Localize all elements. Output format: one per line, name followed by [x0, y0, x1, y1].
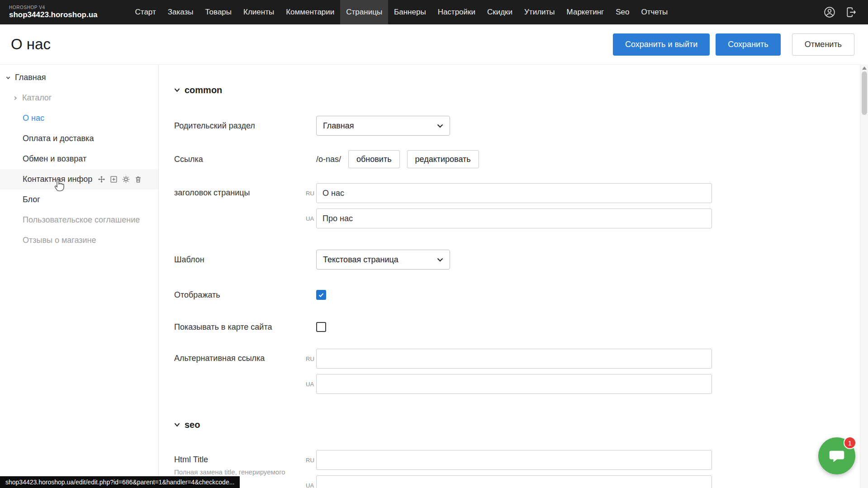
form-row-parent-section: Родительский раздел Главная — [174, 116, 868, 136]
page-title-ru-input[interactable] — [316, 183, 712, 203]
status-url-tooltip: shop34423.horoshop.ua/edit/edit.php?id=6… — [0, 476, 240, 488]
form-row-link: Ссылка /o-nas/ обновить редактировать — [174, 150, 868, 168]
chevron-down-icon — [437, 124, 443, 128]
save-and-exit-button[interactable]: Сохранить и выйти — [613, 33, 710, 56]
tree-item-label: Обмен и возврат — [23, 154, 86, 164]
html-title-ru-input[interactable] — [316, 450, 712, 470]
user-account-icon[interactable] — [824, 6, 835, 18]
tree-item-label: Пользовательское соглашение — [23, 215, 140, 225]
tree-item-katalog[interactable]: Каталог — [0, 88, 158, 108]
lang-badge-ua: UA — [306, 215, 316, 222]
save-button[interactable]: Сохранить — [716, 33, 780, 56]
link-label: Ссылка — [174, 155, 316, 164]
nav-item-banners[interactable]: Баннеры — [388, 0, 432, 24]
lang-badge-ru: RU — [306, 190, 316, 197]
nav-item-start[interactable]: Старт — [129, 0, 162, 24]
html-title-ua-input[interactable] — [316, 475, 712, 488]
link-group: /o-nas/ обновить редактировать — [316, 150, 486, 168]
chevron-down-icon — [437, 258, 443, 262]
form-row-html-title: Html Title Полная замена title, генериру… — [174, 450, 868, 488]
tree-item-kontaktnaya[interactable]: Контактная инфор — [0, 169, 158, 190]
tree-item-label: Оплата и доставка — [23, 134, 94, 143]
chat-widget-button[interactable]: 1 — [818, 437, 855, 474]
chat-bubble-icon — [828, 447, 846, 465]
top-nav: Старт Заказы Товары Клиенты Комментарии … — [129, 0, 674, 24]
lang-badge-ru: RU — [306, 457, 316, 464]
header-actions: Сохранить и выйти Сохранить Отменить — [613, 33, 854, 56]
parent-section-value: Главная — [323, 121, 354, 131]
nav-item-settings[interactable]: Настройки — [432, 0, 481, 24]
chevron-right-icon[interactable] — [13, 95, 19, 101]
alt-link-ua-input[interactable] — [316, 374, 712, 394]
tree-item-label: Главная — [15, 73, 46, 82]
nav-item-comments[interactable]: Комментарии — [280, 0, 340, 24]
section-seo-toggle[interactable]: seo — [174, 419, 868, 430]
tree-item-otzyvy[interactable]: Отзывы о магазине — [0, 230, 158, 251]
check-icon — [318, 291, 325, 298]
parent-section-label: Родительский раздел — [174, 121, 316, 131]
lang-badge-ua: UA — [306, 381, 316, 388]
html-title-label-block: Html Title Полная замена title, генериру… — [174, 450, 306, 476]
nav-item-clients[interactable]: Клиенты — [237, 0, 280, 24]
brand[interactable]: HOROSHOP V4 shop34423.horoshop.ua — [9, 5, 98, 19]
move-icon[interactable] — [98, 175, 105, 183]
logout-icon[interactable] — [845, 6, 857, 18]
html-title-label: Html Title — [174, 455, 306, 464]
alt-link-ru-input[interactable] — [316, 349, 712, 369]
lang-badge-ua: UA — [306, 482, 316, 488]
nav-item-utilities[interactable]: Утилиты — [518, 0, 561, 24]
nav-item-reports[interactable]: Отчеты — [635, 0, 674, 24]
form-row-alt-link: Альтернативная ссылка RU UA — [174, 349, 868, 394]
topbar-right — [824, 6, 859, 18]
alt-link-label: Альтернативная ссылка — [174, 349, 306, 363]
link-refresh-button[interactable]: обновить — [348, 150, 400, 168]
tree-item-blog[interactable]: Блог — [0, 190, 158, 210]
tree-item-obmen[interactable]: Обмен и возврат — [0, 149, 158, 169]
sitemap-label: Показывать в карте сайта — [174, 322, 316, 332]
chevron-down-icon[interactable] — [5, 75, 12, 81]
template-value: Текстовая страница — [323, 255, 398, 265]
tree-item-glavnaya[interactable]: Главная — [0, 67, 158, 88]
form-row-display: Отображать — [174, 290, 868, 300]
scroll-up-arrow-icon[interactable] — [862, 66, 867, 70]
tree-item-actions — [98, 175, 142, 183]
section-common-title: common — [185, 85, 222, 95]
nav-item-products[interactable]: Товары — [199, 0, 237, 24]
scrollbar-thumb[interactable] — [862, 71, 867, 115]
topbar: HOROSHOP V4 shop34423.horoshop.ua Старт … — [0, 0, 868, 24]
delete-trash-icon[interactable] — [134, 175, 142, 183]
vertical-scrollbar[interactable] — [860, 64, 868, 488]
display-checkbox[interactable] — [316, 290, 326, 300]
form-row-template: Шаблон Текстовая страница — [174, 250, 868, 270]
tree-item-label: Каталог — [22, 93, 52, 103]
link-edit-button[interactable]: редактировать — [407, 150, 479, 168]
cancel-button[interactable]: Отменить — [792, 33, 854, 56]
form-row-page-title: заголовок страницы RU UA — [174, 183, 868, 228]
page-header: О нас Сохранить и выйти Сохранить Отмени… — [0, 24, 868, 64]
nav-item-pages[interactable]: Страницы — [340, 0, 388, 24]
add-page-icon[interactable] — [110, 175, 118, 183]
nav-item-seo[interactable]: Seo — [610, 0, 635, 24]
form-row-sitemap: Показывать в карте сайта — [174, 322, 868, 332]
display-label: Отображать — [174, 290, 316, 300]
nav-item-discounts[interactable]: Скидки — [481, 0, 518, 24]
tree-item-o-nas[interactable]: О нас — [0, 108, 158, 128]
tree-item-soglashenie[interactable]: Пользовательское соглашение — [0, 210, 158, 230]
page-title: О нас — [11, 36, 51, 53]
page-title-label: заголовок страницы — [174, 183, 306, 198]
brand-domain-label: shop34423.horoshop.ua — [9, 10, 98, 19]
section-common-toggle[interactable]: common — [174, 85, 868, 95]
content-area: Главная Каталог О нас Оплата и доставка … — [0, 64, 868, 488]
sitemap-checkbox[interactable] — [316, 322, 326, 332]
tree-item-label: Отзывы о магазине — [23, 236, 96, 245]
template-select[interactable]: Текстовая страница — [316, 250, 450, 270]
lang-badge-ru: RU — [306, 355, 316, 362]
settings-gear-icon[interactable] — [122, 175, 130, 183]
chevron-down-icon — [174, 88, 180, 92]
tree-item-label: Блог — [23, 195, 40, 204]
page-title-ua-input[interactable] — [316, 208, 712, 228]
nav-item-marketing[interactable]: Маркетинг — [561, 0, 610, 24]
parent-section-select[interactable]: Главная — [316, 116, 450, 136]
tree-item-oplata[interactable]: Оплата и доставка — [0, 128, 158, 149]
nav-item-orders[interactable]: Заказы — [162, 0, 199, 24]
